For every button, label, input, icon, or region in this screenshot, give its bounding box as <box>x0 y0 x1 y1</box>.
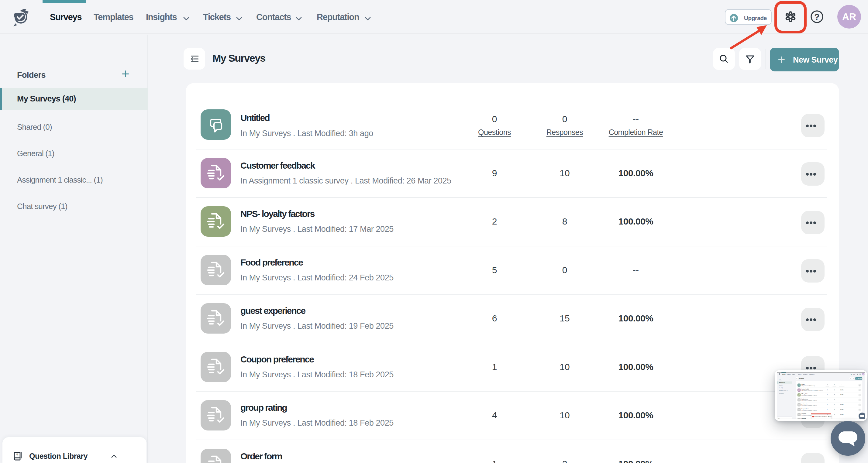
svg-text:?: ? <box>814 12 819 22</box>
svg-text:?: ? <box>779 418 779 419</box>
svg-text:?: ? <box>16 453 19 457</box>
svg-text:?: ? <box>860 374 860 375</box>
